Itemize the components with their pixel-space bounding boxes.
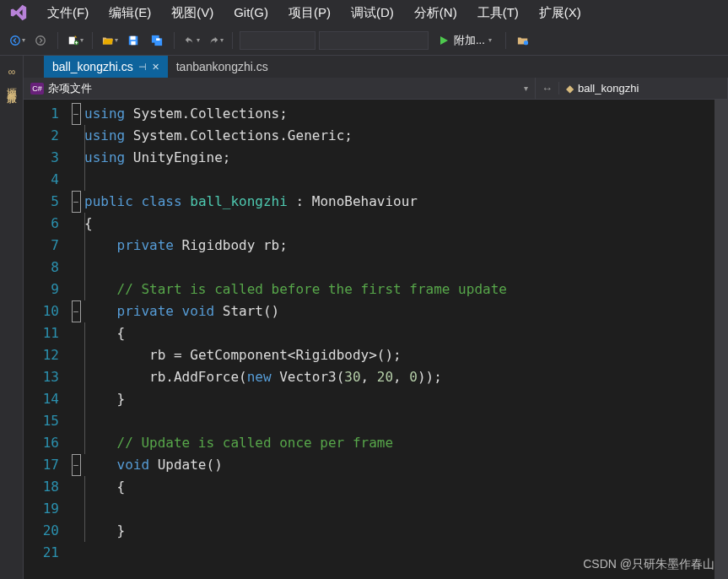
run-attach-button[interactable]: 附加... ▾ [432,30,499,51]
nav-split-button[interactable]: ↔ [536,82,559,95]
class-icon: ◆ [566,83,574,95]
tab-bar: ball_kongzhi.cs ⊣ ✕ tanbankongzhi.cs [24,56,728,78]
vs-logo-icon [7,1,30,24]
code-content[interactable]: using System.Collections;using System.Co… [84,100,715,579]
nav-bar: C# 杂项文件 ▾ ↔ ◆ ball_kongzhi [24,78,728,100]
watermark: CSDN @只研朱墨作春山 [583,557,715,572]
platform-combo[interactable] [319,31,429,50]
menu-item[interactable]: 编辑(E) [99,2,161,24]
open-button[interactable]: ▾ [100,30,120,51]
menu-item[interactable]: 工具(T) [467,2,529,24]
tab-tanbankongzhi[interactable]: tanbankongzhi.cs [168,56,277,78]
code-editor[interactable]: 123456789101112131415161718192021 −−−− u… [24,100,728,579]
redo-button[interactable]: ▾ [205,30,225,51]
menu-item[interactable]: 分析(N) [404,2,467,24]
menu-item[interactable]: 调试(D) [341,2,404,24]
menubar: 文件(F)编辑(E)视图(V)Git(G)项目(P)调试(D)分析(N)工具(T… [0,0,728,25]
fold-column: −−−− [67,100,84,579]
csharp-badge-icon: C# [30,83,44,95]
nav-forward-button[interactable] [30,30,51,51]
svg-rect-2 [68,36,74,44]
menu-item[interactable]: 项目(P) [278,2,341,24]
undo-button[interactable]: ▾ [181,30,202,51]
nav-back-button[interactable]: ▾ [7,30,27,51]
svg-point-0 [10,35,19,45]
nav-project-combo[interactable]: C# 杂项文件 ▾ [24,78,536,99]
toolbar: ▾ ▾ ▾ ▾ ▾ 附加... ▾ [0,25,728,56]
svg-point-10 [524,41,528,45]
save-all-button[interactable] [147,30,167,51]
nav-class-combo[interactable]: ◆ ball_kongzhi [559,78,728,99]
scrollbar[interactable] [715,100,728,579]
menu-item[interactable]: 文件(F) [37,2,99,24]
folder-sync-button[interactable] [513,30,533,51]
side-tool-tab[interactable]: ∞ 服务器资源 [0,56,24,579]
new-item-button[interactable]: ▾ [65,30,85,51]
svg-rect-9 [156,38,159,41]
save-button[interactable] [123,30,143,51]
pin-icon[interactable]: ⊣ [138,62,147,73]
svg-point-1 [36,35,46,45]
line-gutter: 123456789101112131415161718192021 [24,100,67,579]
svg-rect-5 [131,35,136,39]
menu-item[interactable]: 视图(V) [161,2,224,24]
menu-item[interactable]: 扩展(X) [529,2,591,24]
menu-item[interactable]: Git(G) [224,2,278,24]
close-icon[interactable]: ✕ [152,62,159,73]
config-combo[interactable] [240,31,315,50]
tab-ball-kongzhi[interactable]: ball_kongzhi.cs ⊣ ✕ [44,56,168,78]
chevron-down-icon: ▾ [524,84,528,93]
svg-rect-6 [131,41,135,44]
side-tab-label: ∞ 服务器资源 [4,66,19,78]
